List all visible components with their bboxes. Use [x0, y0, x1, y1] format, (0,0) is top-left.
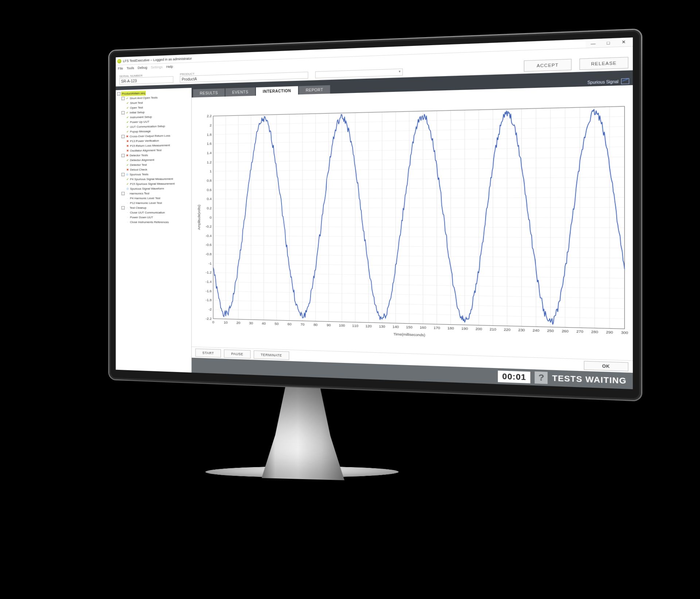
minimize-button[interactable]: —: [586, 39, 600, 48]
svg-text:290: 290: [606, 330, 613, 334]
svg-text:0.4: 0.4: [207, 197, 211, 201]
svg-line-37: [213, 263, 625, 268]
svg-text:120: 120: [365, 324, 372, 328]
tab-report[interactable]: REPORT: [299, 85, 330, 95]
tree-item[interactable]: -·Harmonics Test·P4 Harmonic Level Test·…: [121, 191, 191, 205]
ok-button[interactable]: OK: [584, 361, 628, 371]
tree-item[interactable]: ·P4 Harmonic Level Test: [126, 196, 191, 201]
app-window: LFS TestExecutive – Logged in as adminis…: [116, 38, 633, 389]
maximize-button[interactable]: □: [601, 38, 616, 47]
svg-text:10: 10: [224, 321, 228, 325]
svg-text:130: 130: [379, 325, 385, 329]
svg-text:140: 140: [392, 325, 398, 329]
tree-item[interactable]: -✖Cross-Over Output Return Loss✖P13 Powe…: [121, 133, 191, 153]
sequence-tree[interactable]: -ProductAMain.seq-✔Short And Open Tests✔…: [116, 88, 191, 372]
svg-line-42: [213, 218, 625, 218]
svg-text:260: 260: [562, 329, 569, 333]
svg-text:-1.2: -1.2: [206, 271, 211, 275]
svg-text:0.6: 0.6: [207, 188, 211, 192]
svg-line-38: [213, 254, 625, 258]
svg-text:-0.8: -0.8: [206, 252, 211, 256]
serial-input[interactable]: [119, 76, 173, 85]
svg-text:1.6: 1.6: [207, 142, 211, 146]
app-icon: [117, 59, 121, 63]
line-swatch-icon: [621, 78, 629, 84]
svg-text:230: 230: [518, 328, 525, 332]
svg-text:60: 60: [288, 322, 292, 326]
svg-text:180: 180: [447, 326, 454, 330]
tab-events[interactable]: EVENTS: [225, 87, 255, 97]
menu-settings[interactable]: Settings: [151, 65, 163, 69]
release-button[interactable]: RELEASE: [579, 57, 628, 70]
tree-item[interactable]: -ProductAMain.seq-✔Short And Open Tests✔…: [117, 89, 191, 224]
tree-item[interactable]: ⊙Spurious Signal Waveform: [126, 186, 191, 191]
svg-text:100: 100: [339, 324, 345, 328]
start-button[interactable]: START: [195, 348, 221, 357]
svg-text:270: 270: [576, 329, 583, 334]
svg-line-40: [213, 236, 625, 238]
tab-interaction[interactable]: INTERACTION: [256, 86, 298, 95]
svg-text:220: 220: [504, 328, 510, 332]
tree-item[interactable]: -✔Initial Setup✔Instrument Setup✔Power U…: [121, 109, 191, 134]
monitor-frame: LFS TestExecutive – Logged in as adminis…: [109, 30, 641, 400]
tree-item[interactable]: -·Test Cleanup·Close UUT Communication·P…: [121, 205, 191, 224]
svg-text:240: 240: [533, 328, 540, 333]
svg-text:-1.6: -1.6: [206, 289, 211, 293]
svg-text:170: 170: [433, 326, 440, 330]
svg-text:-1: -1: [209, 262, 212, 265]
svg-text:Amplitude(volts): Amplitude(volts): [197, 205, 201, 230]
svg-line-50: [213, 137, 625, 144]
svg-text:50: 50: [275, 322, 279, 326]
svg-text:1: 1: [210, 169, 211, 173]
svg-line-41: [213, 227, 625, 228]
tree-item[interactable]: -⊙Spurious Tests✔P4 Spurious Signal Meas…: [121, 172, 191, 191]
tree-item[interactable]: ·Power Down UUT: [126, 215, 191, 220]
svg-text:1.4: 1.4: [207, 151, 211, 155]
tab-results[interactable]: RESULTS: [193, 88, 225, 97]
svg-text:200: 200: [475, 327, 482, 331]
menu-file[interactable]: File: [118, 67, 123, 71]
svg-text:2.2: 2.2: [207, 114, 211, 118]
svg-text:210: 210: [490, 327, 496, 332]
svg-text:1.8: 1.8: [207, 133, 211, 137]
tree-item[interactable]: ✔P15 Spurious Signal Measurement: [126, 181, 191, 187]
svg-text:40: 40: [262, 322, 266, 326]
svg-line-33: [213, 300, 625, 309]
accept-button[interactable]: ACCEPT: [524, 59, 572, 72]
waveform-chart: 0102030405060708090100110120130140150160…: [195, 88, 629, 359]
svg-text:-0.6: -0.6: [206, 243, 211, 247]
svg-text:280: 280: [591, 330, 598, 334]
svg-text:90: 90: [327, 323, 331, 327]
menu-tools[interactable]: Tools: [127, 66, 134, 70]
svg-text:-2: -2: [209, 308, 212, 312]
svg-text:150: 150: [406, 325, 413, 329]
svg-text:160: 160: [420, 325, 426, 329]
svg-text:0.8: 0.8: [207, 179, 211, 183]
terminate-button[interactable]: TERMINATE: [253, 350, 289, 360]
svg-text:70: 70: [300, 322, 304, 326]
svg-text:-2.2: -2.2: [206, 317, 211, 321]
svg-line-43: [213, 207, 625, 208]
svg-line-46: [213, 177, 625, 180]
tree-item[interactable]: -✖Detector Tests✔Detector Alignment✔Dete…: [121, 152, 191, 172]
close-button[interactable]: ✕: [616, 38, 631, 47]
svg-line-34: [213, 291, 625, 298]
svg-line-47: [213, 167, 625, 171]
svg-text:1.2: 1.2: [207, 160, 211, 164]
svg-text:Time(milliseconds): Time(milliseconds): [393, 332, 425, 337]
tree-item[interactable]: ·P12 Harmonic Level Test: [126, 200, 191, 205]
pause-button[interactable]: PAUSE: [224, 349, 250, 359]
chart-label-text: Spurious Signal: [587, 79, 618, 85]
tree-item[interactable]: ·Close Instruments References: [126, 220, 191, 224]
chart-area: 0102030405060708090100110120130140150160…: [192, 85, 633, 361]
svg-text:30: 30: [249, 321, 253, 325]
help-icon[interactable]: ?: [535, 371, 548, 384]
menu-help[interactable]: Help: [166, 65, 173, 69]
status-message: TESTS WAITING: [552, 373, 626, 385]
svg-line-45: [213, 187, 625, 190]
menu-debug[interactable]: Debug: [138, 66, 147, 70]
tree-item[interactable]: ·Close UUT Communication: [126, 210, 191, 215]
sequence-dropdown[interactable]: [315, 68, 403, 78]
svg-line-36: [213, 273, 625, 278]
tree-item[interactable]: -✔Short And Open Tests✔Short Test✔Open T…: [121, 94, 191, 110]
